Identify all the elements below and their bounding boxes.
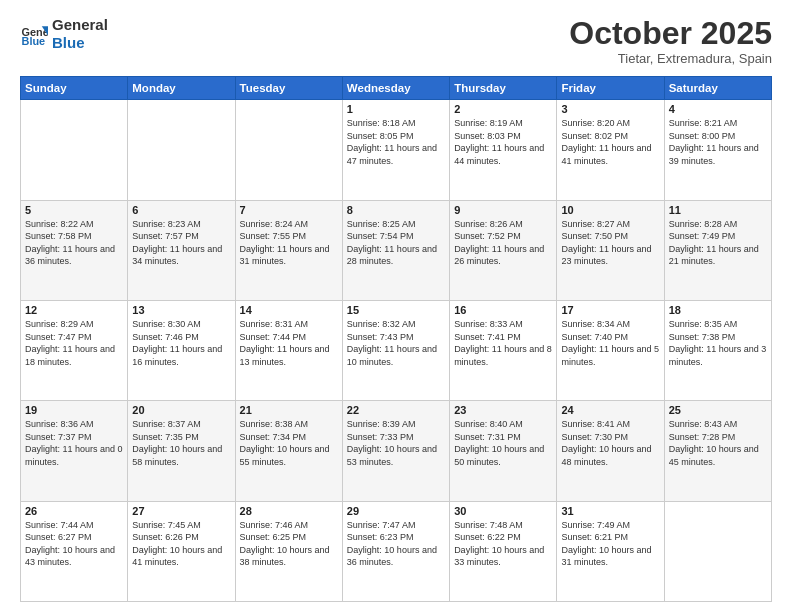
calendar-cell: 23Sunrise: 8:40 AM Sunset: 7:31 PM Dayli… <box>450 401 557 501</box>
calendar-cell: 2Sunrise: 8:19 AM Sunset: 8:03 PM Daylig… <box>450 100 557 200</box>
day-info: Sunrise: 8:33 AM Sunset: 7:41 PM Dayligh… <box>454 318 552 368</box>
day-number: 21 <box>240 404 338 416</box>
day-number: 25 <box>669 404 767 416</box>
day-number: 8 <box>347 204 445 216</box>
weekday-header-tuesday: Tuesday <box>235 77 342 100</box>
day-info: Sunrise: 8:23 AM Sunset: 7:57 PM Dayligh… <box>132 218 230 268</box>
day-info: Sunrise: 8:37 AM Sunset: 7:35 PM Dayligh… <box>132 418 230 468</box>
calendar-cell <box>664 501 771 601</box>
month-title: October 2025 <box>569 16 772 51</box>
day-number: 28 <box>240 505 338 517</box>
week-row-3: 12Sunrise: 8:29 AM Sunset: 7:47 PM Dayli… <box>21 300 772 400</box>
day-info: Sunrise: 7:44 AM Sunset: 6:27 PM Dayligh… <box>25 519 123 569</box>
day-number: 12 <box>25 304 123 316</box>
day-number: 6 <box>132 204 230 216</box>
day-info: Sunrise: 8:31 AM Sunset: 7:44 PM Dayligh… <box>240 318 338 368</box>
day-info: Sunrise: 7:45 AM Sunset: 6:26 PM Dayligh… <box>132 519 230 569</box>
calendar-cell: 18Sunrise: 8:35 AM Sunset: 7:38 PM Dayli… <box>664 300 771 400</box>
day-info: Sunrise: 8:35 AM Sunset: 7:38 PM Dayligh… <box>669 318 767 368</box>
calendar-cell: 25Sunrise: 8:43 AM Sunset: 7:28 PM Dayli… <box>664 401 771 501</box>
calendar-cell: 26Sunrise: 7:44 AM Sunset: 6:27 PM Dayli… <box>21 501 128 601</box>
weekday-header-wednesday: Wednesday <box>342 77 449 100</box>
svg-text:Blue: Blue <box>22 35 46 47</box>
day-info: Sunrise: 8:29 AM Sunset: 7:47 PM Dayligh… <box>25 318 123 368</box>
calendar-cell <box>21 100 128 200</box>
calendar-cell: 15Sunrise: 8:32 AM Sunset: 7:43 PM Dayli… <box>342 300 449 400</box>
week-row-4: 19Sunrise: 8:36 AM Sunset: 7:37 PM Dayli… <box>21 401 772 501</box>
day-number: 24 <box>561 404 659 416</box>
weekday-header-monday: Monday <box>128 77 235 100</box>
calendar-cell: 3Sunrise: 8:20 AM Sunset: 8:02 PM Daylig… <box>557 100 664 200</box>
day-info: Sunrise: 8:25 AM Sunset: 7:54 PM Dayligh… <box>347 218 445 268</box>
day-info: Sunrise: 8:22 AM Sunset: 7:58 PM Dayligh… <box>25 218 123 268</box>
calendar-cell: 9Sunrise: 8:26 AM Sunset: 7:52 PM Daylig… <box>450 200 557 300</box>
day-number: 23 <box>454 404 552 416</box>
day-number: 29 <box>347 505 445 517</box>
weekday-header-sunday: Sunday <box>21 77 128 100</box>
day-info: Sunrise: 8:40 AM Sunset: 7:31 PM Dayligh… <box>454 418 552 468</box>
calendar-cell: 11Sunrise: 8:28 AM Sunset: 7:49 PM Dayli… <box>664 200 771 300</box>
day-number: 2 <box>454 103 552 115</box>
calendar-cell: 17Sunrise: 8:34 AM Sunset: 7:40 PM Dayli… <box>557 300 664 400</box>
week-row-1: 1Sunrise: 8:18 AM Sunset: 8:05 PM Daylig… <box>21 100 772 200</box>
day-info: Sunrise: 8:21 AM Sunset: 8:00 PM Dayligh… <box>669 117 767 167</box>
day-number: 1 <box>347 103 445 115</box>
logo-blue: Blue <box>52 34 108 52</box>
calendar-cell: 5Sunrise: 8:22 AM Sunset: 7:58 PM Daylig… <box>21 200 128 300</box>
day-number: 17 <box>561 304 659 316</box>
day-number: 30 <box>454 505 552 517</box>
calendar-cell: 30Sunrise: 7:48 AM Sunset: 6:22 PM Dayli… <box>450 501 557 601</box>
week-row-2: 5Sunrise: 8:22 AM Sunset: 7:58 PM Daylig… <box>21 200 772 300</box>
calendar-cell: 6Sunrise: 8:23 AM Sunset: 7:57 PM Daylig… <box>128 200 235 300</box>
calendar-cell: 13Sunrise: 8:30 AM Sunset: 7:46 PM Dayli… <box>128 300 235 400</box>
day-number: 5 <box>25 204 123 216</box>
day-info: Sunrise: 7:49 AM Sunset: 6:21 PM Dayligh… <box>561 519 659 569</box>
title-block: October 2025 Tietar, Extremadura, Spain <box>569 16 772 66</box>
weekday-header-row: SundayMondayTuesdayWednesdayThursdayFrid… <box>21 77 772 100</box>
day-info: Sunrise: 7:47 AM Sunset: 6:23 PM Dayligh… <box>347 519 445 569</box>
day-info: Sunrise: 8:32 AM Sunset: 7:43 PM Dayligh… <box>347 318 445 368</box>
calendar-cell: 10Sunrise: 8:27 AM Sunset: 7:50 PM Dayli… <box>557 200 664 300</box>
logo-icon: General Blue <box>20 20 48 48</box>
day-info: Sunrise: 8:41 AM Sunset: 7:30 PM Dayligh… <box>561 418 659 468</box>
day-info: Sunrise: 8:34 AM Sunset: 7:40 PM Dayligh… <box>561 318 659 368</box>
day-number: 10 <box>561 204 659 216</box>
day-number: 3 <box>561 103 659 115</box>
week-row-5: 26Sunrise: 7:44 AM Sunset: 6:27 PM Dayli… <box>21 501 772 601</box>
day-number: 26 <box>25 505 123 517</box>
day-info: Sunrise: 8:24 AM Sunset: 7:55 PM Dayligh… <box>240 218 338 268</box>
logo: General Blue General Blue <box>20 16 108 52</box>
location: Tietar, Extremadura, Spain <box>569 51 772 66</box>
day-number: 19 <box>25 404 123 416</box>
weekday-header-thursday: Thursday <box>450 77 557 100</box>
calendar-cell: 29Sunrise: 7:47 AM Sunset: 6:23 PM Dayli… <box>342 501 449 601</box>
day-info: Sunrise: 8:28 AM Sunset: 7:49 PM Dayligh… <box>669 218 767 268</box>
day-number: 27 <box>132 505 230 517</box>
day-number: 14 <box>240 304 338 316</box>
day-number: 31 <box>561 505 659 517</box>
calendar-cell: 16Sunrise: 8:33 AM Sunset: 7:41 PM Dayli… <box>450 300 557 400</box>
weekday-header-saturday: Saturday <box>664 77 771 100</box>
calendar-cell: 19Sunrise: 8:36 AM Sunset: 7:37 PM Dayli… <box>21 401 128 501</box>
day-number: 22 <box>347 404 445 416</box>
calendar-cell: 12Sunrise: 8:29 AM Sunset: 7:47 PM Dayli… <box>21 300 128 400</box>
logo-general: General <box>52 16 108 34</box>
calendar-cell: 24Sunrise: 8:41 AM Sunset: 7:30 PM Dayli… <box>557 401 664 501</box>
day-number: 20 <box>132 404 230 416</box>
day-info: Sunrise: 8:26 AM Sunset: 7:52 PM Dayligh… <box>454 218 552 268</box>
calendar-cell: 7Sunrise: 8:24 AM Sunset: 7:55 PM Daylig… <box>235 200 342 300</box>
day-number: 13 <box>132 304 230 316</box>
day-info: Sunrise: 8:38 AM Sunset: 7:34 PM Dayligh… <box>240 418 338 468</box>
calendar-cell: 27Sunrise: 7:45 AM Sunset: 6:26 PM Dayli… <box>128 501 235 601</box>
calendar-cell: 21Sunrise: 8:38 AM Sunset: 7:34 PM Dayli… <box>235 401 342 501</box>
calendar-cell <box>235 100 342 200</box>
calendar-cell: 31Sunrise: 7:49 AM Sunset: 6:21 PM Dayli… <box>557 501 664 601</box>
day-info: Sunrise: 8:39 AM Sunset: 7:33 PM Dayligh… <box>347 418 445 468</box>
day-number: 15 <box>347 304 445 316</box>
day-info: Sunrise: 8:43 AM Sunset: 7:28 PM Dayligh… <box>669 418 767 468</box>
calendar-cell: 1Sunrise: 8:18 AM Sunset: 8:05 PM Daylig… <box>342 100 449 200</box>
day-info: Sunrise: 7:46 AM Sunset: 6:25 PM Dayligh… <box>240 519 338 569</box>
day-number: 9 <box>454 204 552 216</box>
calendar-cell: 14Sunrise: 8:31 AM Sunset: 7:44 PM Dayli… <box>235 300 342 400</box>
header: General Blue General Blue October 2025 T… <box>20 16 772 66</box>
